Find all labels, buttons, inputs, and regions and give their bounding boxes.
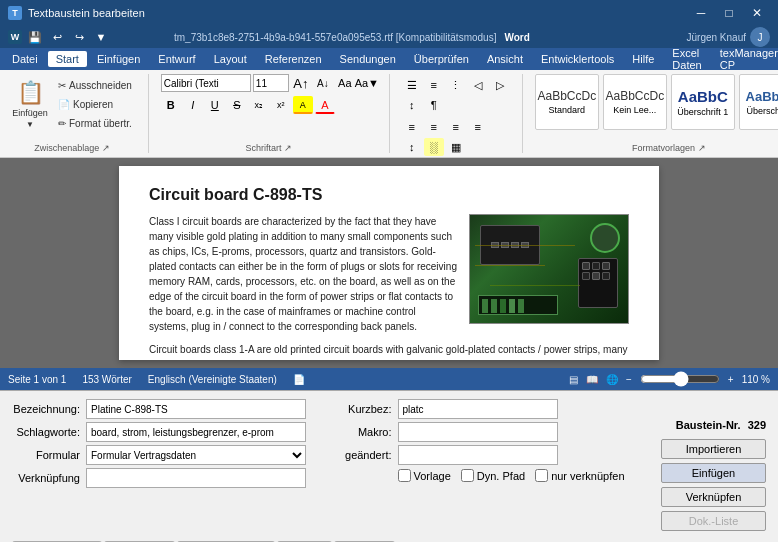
- align-center-btn[interactable]: ≡: [424, 118, 444, 136]
- align-left-btn[interactable]: ≡: [402, 118, 422, 136]
- avatar: J: [750, 27, 770, 47]
- geaendert-input[interactable]: [398, 445, 558, 465]
- font-color-btn[interactable]: A: [315, 96, 335, 114]
- dyn-pfad-label: Dyn. Pfad: [477, 470, 525, 482]
- menu-einfuegen[interactable]: Einfügen: [89, 51, 148, 67]
- makro-input[interactable]: [398, 422, 558, 442]
- dok-liste-button[interactable]: Dok.-Liste: [661, 511, 766, 531]
- menu-start[interactable]: Start: [48, 51, 87, 67]
- justify-btn[interactable]: ≡: [468, 118, 488, 136]
- baustein-nr-value: 329: [748, 419, 766, 431]
- zoom-slider[interactable]: [640, 374, 720, 384]
- clipboard-group: 📋 Einfügen ▼ ✂ Ausschneiden 📄 Kopieren ✏…: [8, 74, 149, 153]
- strikethrough-btn[interactable]: S: [227, 96, 247, 114]
- align-right-btn[interactable]: ≡: [446, 118, 466, 136]
- menu-entwurf[interactable]: Entwurf: [150, 51, 203, 67]
- menu-ueberpruefen[interactable]: Überprüfen: [406, 51, 477, 67]
- sort-btn[interactable]: ↕: [402, 96, 422, 114]
- minimize-button[interactable]: ─: [688, 3, 714, 23]
- schlagworte-input[interactable]: [86, 422, 306, 442]
- nur-verknuepfen-checkbox[interactable]: [535, 469, 548, 482]
- font-size-input[interactable]: [253, 74, 289, 92]
- redo-btn[interactable]: ↪: [70, 28, 88, 46]
- bullets-btn[interactable]: ☰: [402, 76, 422, 94]
- line-spacing-btn[interactable]: ↕: [402, 138, 422, 156]
- nur-verknuepfen-checkbox-label[interactable]: nur verknüpfen: [535, 469, 624, 482]
- style-keinlee[interactable]: AaBbCcDc Kein Lee...: [603, 74, 667, 130]
- view-read-icon[interactable]: 📖: [586, 374, 598, 385]
- bezeichnung-input[interactable]: [86, 399, 306, 419]
- cut-button[interactable]: ✂ Ausschneiden: [54, 76, 136, 94]
- indent-decrease-btn[interactable]: ◁: [468, 76, 488, 94]
- einfuegen-button[interactable]: Einfügen: [661, 463, 766, 483]
- bold-btn[interactable]: B: [161, 96, 181, 114]
- subscript-btn[interactable]: x₂: [249, 96, 269, 114]
- numbering-btn[interactable]: ≡: [424, 76, 444, 94]
- marks-btn[interactable]: ¶: [424, 96, 444, 114]
- maximize-button[interactable]: □: [716, 3, 742, 23]
- vorlage-checkbox[interactable]: [398, 469, 411, 482]
- shading-btn[interactable]: ░: [424, 138, 444, 156]
- view-normal-icon[interactable]: ▤: [569, 374, 578, 385]
- style-heading1[interactable]: AaBbC Überschrift 1: [671, 74, 735, 130]
- geaendert-label: geändert:: [337, 449, 392, 461]
- change-case-btn[interactable]: Aa▼: [357, 74, 377, 92]
- highlight-btn[interactable]: A: [293, 96, 313, 114]
- bottom-panel: Bezeichnung: Schlagworte: Formular Formu…: [0, 390, 778, 542]
- undo-btn[interactable]: ↩: [48, 28, 66, 46]
- style-standard[interactable]: AaBbCcDc Standard: [535, 74, 599, 130]
- importieren-button[interactable]: Importieren: [661, 439, 766, 459]
- indent-increase-btn[interactable]: ▷: [490, 76, 510, 94]
- window-controls[interactable]: ─ □ ✕: [688, 3, 770, 23]
- dyn-pfad-checkbox[interactable]: [461, 469, 474, 482]
- formular-label: Formular: [12, 449, 80, 461]
- styles-group: AaBbCcDc Standard AaBbCcDc Kein Lee... A…: [535, 74, 778, 153]
- format-painter-button[interactable]: ✏ Format übertr.: [54, 114, 136, 132]
- menu-entwicklertools[interactable]: Entwicklertools: [533, 51, 622, 67]
- action-buttons: Baustein-Nr. 329 Importieren Einfügen Ve…: [661, 399, 766, 531]
- font-family-input[interactable]: [161, 74, 251, 92]
- verknuepfen-button[interactable]: Verknüpfen: [661, 487, 766, 507]
- superscript-btn[interactable]: x²: [271, 96, 291, 114]
- style-heading2[interactable]: AaBbCc Überschrif...: [739, 74, 778, 130]
- multilevel-btn[interactable]: ⋮: [446, 76, 466, 94]
- vorlage-checkbox-label[interactable]: Vorlage: [398, 469, 451, 482]
- zoom-in-btn[interactable]: +: [728, 374, 734, 385]
- save-quick-btn[interactable]: 💾: [26, 28, 44, 46]
- menu-datei[interactable]: Datei: [4, 51, 46, 67]
- view-web-icon[interactable]: 🌐: [606, 374, 618, 385]
- style-preview-heading2: AaBbCc: [746, 89, 778, 104]
- paste-label: Einfügen: [12, 108, 48, 118]
- shrink-font-btn[interactable]: A↓: [313, 74, 333, 92]
- zoom-out-btn[interactable]: −: [626, 374, 632, 385]
- italic-btn[interactable]: I: [183, 96, 203, 114]
- formular-select[interactable]: Formular Vertragsdaten: [86, 445, 306, 465]
- underline-btn[interactable]: U: [205, 96, 225, 114]
- app-name: Word: [504, 32, 529, 43]
- menu-hilfe[interactable]: Hilfe: [624, 51, 662, 67]
- verknuepfung-input[interactable]: [86, 468, 306, 488]
- font-label: Schriftart ↗: [246, 139, 293, 153]
- qa-dropdown-btn[interactable]: ▼: [92, 28, 110, 46]
- document-page[interactable]: Circuit board C-898-TS Class I circuit b…: [119, 166, 659, 360]
- menu-referenzen[interactable]: Referenzen: [257, 51, 330, 67]
- menu-sendungen[interactable]: Sendungen: [332, 51, 404, 67]
- kurzbez-input[interactable]: [398, 399, 558, 419]
- clear-format-btn[interactable]: Aa: [335, 74, 355, 92]
- menu-excel[interactable]: Excel Daten: [664, 45, 709, 73]
- document-area: Circuit board C-898-TS Class I circuit b…: [0, 158, 778, 368]
- menu-ansicht[interactable]: Ansicht: [479, 51, 531, 67]
- title-bar: T Textbaustein bearbeiten ─ □ ✕: [0, 0, 778, 26]
- username: Jürgen Knauf: [687, 32, 747, 43]
- dyn-pfad-checkbox-label[interactable]: Dyn. Pfad: [461, 469, 525, 482]
- paste-button[interactable]: 📋 Einfügen ▼: [8, 74, 52, 134]
- page-info: Seite 1 von 1: [8, 374, 66, 385]
- menu-texmanager[interactable]: texManager CP: [712, 45, 778, 73]
- close-button[interactable]: ✕: [744, 3, 770, 23]
- menu-layout[interactable]: Layout: [206, 51, 255, 67]
- borders-btn[interactable]: ▦: [446, 138, 466, 156]
- copy-button[interactable]: 📄 Kopieren: [54, 95, 136, 113]
- verknuepfung-label: Verknüpfung: [12, 472, 80, 484]
- grow-font-btn[interactable]: A↑: [291, 74, 311, 92]
- paste-icon: 📋: [17, 80, 44, 106]
